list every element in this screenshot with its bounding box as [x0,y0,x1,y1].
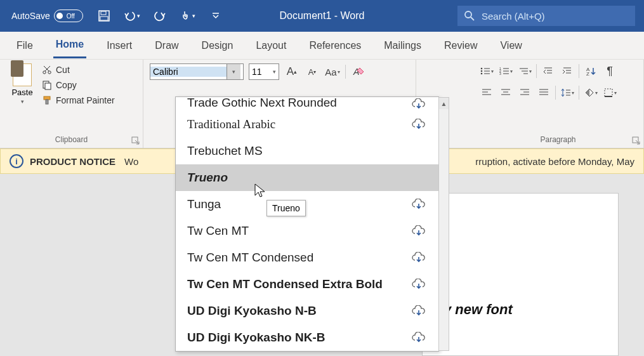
bullets-button[interactable] [479,63,494,79]
font-item[interactable]: UD Digi Kyokasho N-B [176,298,438,324]
svg-text:Z: Z [586,71,589,76]
svg-text:3: 3 [499,72,501,76]
paintbrush-icon [42,95,52,105]
autosave-toggle[interactable]: Off [54,10,83,22]
paste-button[interactable]: Paste ▾ [6,63,38,105]
align-right-button[interactable] [517,85,532,100]
tab-home[interactable]: Home [53,32,86,58]
shading-button[interactable] [583,85,598,100]
font-item[interactable]: Tw Cen MT Condensed [176,244,438,271]
decrease-indent-button[interactable] [541,63,556,79]
font-item-label: Tw Cen MT Condensed [187,251,411,265]
font-item[interactable]: Trebuchet MS [176,138,438,164]
cloud-download-icon [411,332,427,343]
svg-rect-12 [44,96,50,100]
grow-font-button[interactable]: A▴ [284,64,299,79]
svg-rect-2 [100,16,108,20]
svg-line-8 [45,66,50,71]
save-button[interactable] [96,8,112,24]
paragraph-group-label: Paragraph [479,135,637,147]
tab-insert[interactable]: Insert [104,34,135,58]
clear-formatting-button[interactable]: A [351,64,366,79]
redo-button[interactable] [152,8,168,24]
undo-button[interactable]: ▾ [124,8,140,24]
align-left-button[interactable] [479,85,494,100]
cloud-download-icon [411,252,427,263]
font-item[interactable]: Trade Gothic Next Rounded [176,97,438,111]
cloud-download-icon [411,98,427,110]
svg-rect-11 [45,83,51,89]
cloud-download-icon [411,199,427,210]
sort-button[interactable]: AZ [583,63,598,79]
clipboard-group-label: Clipboard [6,135,136,147]
cut-button[interactable]: Cut [42,65,115,75]
line-spacing-button[interactable] [560,85,575,100]
font-item-label: Trade Gothic Next Rounded [187,97,411,110]
tab-file[interactable]: File [14,34,36,58]
change-case-button[interactable]: Aa [325,64,340,79]
cloud-download-icon [411,305,427,317]
tab-references[interactable]: References [306,34,364,58]
paste-icon [13,63,32,86]
copy-icon [42,80,52,90]
clipboard-launcher[interactable] [131,136,140,145]
scissors-icon [42,65,52,75]
scroll-up-button[interactable]: ▲ [439,98,449,109]
font-item[interactable]: Trueno [176,164,438,191]
font-item-label: Traditional Arabic [187,117,411,131]
font-item[interactable]: Tw Cen MT [176,218,438,244]
search-placeholder: Search (Alt+Q) [482,11,545,22]
show-hide-marks-button[interactable]: ¶ [602,63,617,79]
borders-button[interactable] [602,85,617,100]
font-item-label: Tw Cen MT [187,224,411,238]
cloud-download-icon [411,225,427,237]
align-center-button[interactable] [498,85,513,100]
font-item[interactable]: UD Digi Kyokasho NK-B [176,324,438,351]
ribbon-tabs: File Home Insert Draw Design Layout Refe… [0,32,644,60]
document-title: Document1 - Word [280,10,365,22]
search-box[interactable]: Search (Alt+Q) [457,6,635,26]
tab-layout[interactable]: Layout [253,34,289,58]
numbering-button[interactable]: 123 [498,63,513,79]
qat-customize-button[interactable] [207,8,224,24]
format-painter-button[interactable]: Format Painter [42,95,115,105]
svg-rect-54 [605,89,612,96]
font-name-combo[interactable]: ▾ [150,63,244,80]
tab-draw[interactable]: Draw [152,34,181,58]
increase-indent-button[interactable] [560,63,575,79]
autosave-state: Off [67,13,75,20]
document-page[interactable]: f my new font [422,193,619,356]
font-item[interactable]: Tunga [176,191,438,218]
font-dropdown[interactable]: Trade Gothic Next RoundedTraditional Ara… [175,96,439,352]
svg-point-4 [465,11,471,18]
font-size-input[interactable] [249,67,270,77]
svg-point-17 [480,70,482,72]
tab-view[interactable]: View [497,34,524,58]
copy-button[interactable]: Copy [42,80,115,90]
info-icon: i [10,154,23,168]
svg-point-7 [48,71,51,74]
multilevel-list-button[interactable] [517,63,532,79]
touch-mode-button[interactable]: ▾ [180,8,196,24]
font-item-label: UD Digi Kyokasho N-B [187,304,411,318]
font-name-input[interactable] [150,67,227,77]
font-size-dropdown-button[interactable]: ▾ [270,64,279,79]
font-item[interactable]: Traditional Arabic [176,111,438,138]
font-item-label: Trebuchet MS [187,144,427,158]
shrink-font-button[interactable]: A▾ [305,64,320,79]
font-name-dropdown-button[interactable]: ▾ [227,64,240,79]
notice-right-text: rruption, activate before Monday, May [475,156,634,167]
font-tooltip: Trueno [266,200,306,216]
tab-design[interactable]: Design [199,34,236,58]
font-size-combo[interactable]: ▾ [249,63,279,80]
svg-rect-1 [101,11,106,15]
tab-review[interactable]: Review [442,34,480,58]
justify-button[interactable] [536,85,551,100]
notice-badge: PRODUCT NOTICE [30,156,115,167]
tab-mailings[interactable]: Mailings [381,34,424,58]
svg-rect-13 [46,100,48,104]
paragraph-launcher[interactable] [632,136,641,145]
font-dropdown-scrollbar[interactable]: ▲ [438,97,449,351]
font-item[interactable]: Tw Cen MT Condensed Extra Bold [176,271,438,298]
font-item-label: UD Digi Kyokasho NK-B [187,331,411,345]
